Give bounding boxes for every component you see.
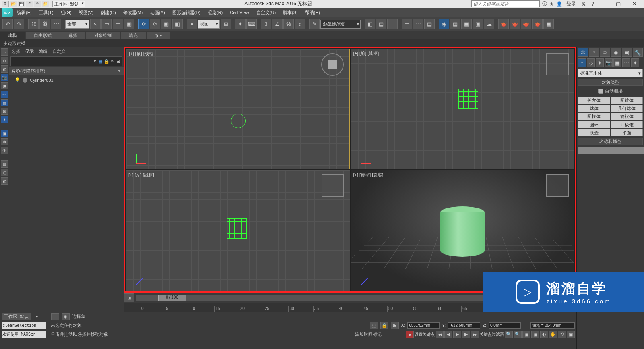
ribbon-tab-freeform[interactable]: 自由形式: [26, 32, 60, 39]
snap-toggle-icon[interactable]: 3: [261, 19, 271, 29]
help-search-input[interactable]: [471, 0, 540, 7]
scene-item[interactable]: 💡 Cylinder001: [10, 77, 122, 83]
select-move-icon[interactable]: ✥: [138, 19, 149, 29]
helpers-subtab-icon[interactable]: ▣: [613, 58, 621, 67]
user-icon[interactable]: 👤: [556, 1, 562, 7]
display-all-icon[interactable]: ▦: [1, 160, 8, 168]
lock-icon[interactable]: 🔒: [380, 322, 388, 329]
cylinder-object[interactable]: [440, 206, 485, 257]
qat-project-icon[interactable]: 📁: [42, 1, 49, 7]
render-last-icon[interactable]: 🫖: [532, 19, 543, 29]
goto-start-icon[interactable]: ⏮: [436, 331, 444, 338]
view-by-icon[interactable]: ▤: [98, 59, 102, 64]
goto-end-icon[interactable]: ⏭: [471, 331, 479, 338]
undo-icon[interactable]: ↶: [2, 19, 13, 29]
menu-tools[interactable]: 工具(T): [36, 9, 57, 17]
workspace-dropdown[interactable]: 工作区: 默认: [52, 1, 85, 7]
geometry-subtab-icon[interactable]: ○: [578, 58, 586, 67]
viewport-label[interactable]: [+] [透视] [真实]: [353, 172, 384, 178]
menu-grapheditors[interactable]: 图形编辑器(D): [169, 9, 204, 17]
autokey-button[interactable]: ●: [406, 331, 414, 338]
edit-named-sel-icon[interactable]: ✎: [309, 19, 320, 29]
rollout-name-color[interactable]: -名称和颜色: [578, 138, 643, 145]
viewcube[interactable]: [321, 53, 344, 76]
hierarchy-tab-icon[interactable]: ♔: [600, 48, 610, 57]
qat-open-icon[interactable]: 📂: [10, 1, 17, 7]
prim-torus-button[interactable]: 圆环: [578, 121, 610, 128]
prev-frame-icon[interactable]: ◀: [444, 331, 452, 338]
viewcube[interactable]: [546, 174, 569, 197]
ref-coord-icon[interactable]: ●: [187, 19, 197, 29]
prim-teapot-button[interactable]: 茶壶: [578, 129, 610, 136]
create-tab-icon[interactable]: ✲: [578, 48, 588, 57]
modify-tab-icon[interactable]: ☄: [589, 48, 599, 57]
zoom-all-icon[interactable]: 🔍: [514, 331, 522, 338]
scene-menu-select[interactable]: 选择: [11, 48, 20, 54]
app-menu-button[interactable]: MAX: [2, 8, 13, 17]
zoom-extents-icon[interactable]: ▣: [522, 331, 530, 338]
z-coord-input[interactable]: 0.0mm: [489, 322, 521, 329]
display-spacewarps-icon[interactable]: 〰: [1, 91, 8, 98]
menu-modifiers[interactable]: 修改器(M): [120, 9, 147, 17]
menu-rendering[interactable]: 渲染(R): [204, 9, 226, 17]
time-slider-handle[interactable]: 0 / 100: [158, 295, 186, 301]
rollout-object-type[interactable]: -对象类型: [578, 79, 643, 86]
display-cameras-icon[interactable]: 📷: [1, 74, 8, 81]
clear-search-icon[interactable]: ✕: [93, 59, 97, 64]
render-iterative-icon[interactable]: ▣: [473, 19, 483, 29]
prim-geosphere-button[interactable]: 几何球体: [611, 105, 643, 112]
render-preview-icon[interactable]: 🫖: [510, 19, 520, 29]
keyboard-shortcut-icon[interactable]: ⌨: [246, 19, 257, 29]
motion-tab-icon[interactable]: ◉: [611, 48, 621, 57]
scene-menu-display[interactable]: 显示: [25, 48, 34, 54]
qat-new-icon[interactable]: 🗎: [2, 1, 9, 7]
display-bones-icon[interactable]: ✦: [1, 116, 8, 123]
viewport-front[interactable]: [+] [前] [线框]: [351, 49, 575, 169]
minimize-button[interactable]: —: [594, 0, 610, 8]
menu-edit[interactable]: 编辑(E): [14, 9, 35, 17]
display-frozen-icon[interactable]: ❄: [1, 138, 8, 145]
toggle-ribbon-icon[interactable]: ▭: [402, 19, 412, 29]
align-icon[interactable]: ▤: [376, 19, 386, 29]
spacewarps-subtab-icon[interactable]: 〰: [622, 58, 630, 67]
menu-customize[interactable]: 自定义(U): [253, 9, 279, 17]
pan-icon[interactable]: ✋: [549, 331, 557, 338]
scene-menu-edit[interactable]: 编缉: [39, 48, 47, 54]
viewport-left[interactable]: [+] [左] [线框]: [126, 170, 350, 291]
menu-create[interactable]: 创建(C): [97, 9, 119, 17]
select-manipulate-icon[interactable]: ✦: [235, 19, 246, 29]
render-setup-icon[interactable]: ▦: [450, 19, 460, 29]
x-coord-input[interactable]: 655.752mm: [407, 322, 440, 329]
display-none-icon[interactable]: ▢: [1, 169, 8, 176]
workspace-display[interactable]: 工作区: 默认: [2, 313, 31, 320]
select-rotate-icon[interactable]: ⟳: [150, 19, 160, 29]
display-containers-icon[interactable]: ▣: [1, 130, 8, 137]
menu-civilview[interactable]: Civil View: [227, 9, 252, 16]
script-listener-2[interactable]: 欢迎使用 MAXScr: [2, 331, 46, 338]
maximize-viewport-icon[interactable]: ▣: [567, 331, 575, 338]
ribbon-tab-objectpaint[interactable]: 对象绘制: [86, 32, 120, 39]
viewport-label[interactable]: [+] [顶] [线框]: [129, 51, 155, 57]
spinner-snap-icon[interactable]: ↕: [295, 19, 305, 29]
display-invert-icon[interactable]: ◐: [1, 177, 8, 185]
render-output-icon[interactable]: ▣: [543, 19, 554, 29]
cameras-subtab-icon[interactable]: 📷: [605, 58, 613, 67]
named-selset-dropdown[interactable]: 创建选择集: [320, 20, 361, 29]
ribbon-panel-polymod[interactable]: 多边形建模: [0, 39, 644, 47]
lightbulb-icon[interactable]: 💡: [14, 77, 20, 83]
selection-filter-dropdown[interactable]: 全部: [65, 20, 89, 29]
viewcube[interactable]: [322, 174, 344, 197]
fov-icon[interactable]: ◐: [540, 331, 548, 338]
render-activeshade-icon[interactable]: 🫖: [521, 19, 531, 29]
menu-group[interactable]: 组(G): [58, 9, 75, 17]
ribbon-tab-populate[interactable]: 填充: [121, 32, 146, 39]
close-button[interactable]: ✕: [626, 0, 642, 8]
scene-menu-customize[interactable]: 自定义: [52, 48, 66, 54]
display-hidden-icon[interactable]: 👁: [1, 147, 8, 154]
object-name-input[interactable]: [578, 147, 644, 154]
menu-maxscript[interactable]: 脚本(S): [280, 9, 301, 17]
ribbon-tab-select[interactable]: 选择: [60, 32, 85, 39]
select-place-icon[interactable]: ◧: [172, 19, 183, 29]
lock-selection-icon[interactable]: ⬚: [370, 322, 378, 329]
signin-link[interactable]: 登录: [566, 0, 576, 7]
